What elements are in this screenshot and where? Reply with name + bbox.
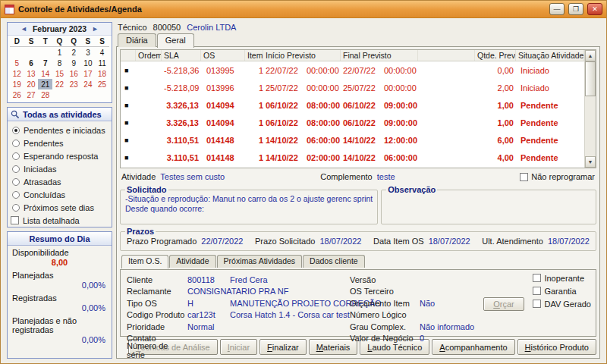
table-header-item[interactable]: Item xyxy=(245,50,263,61)
calendar-prev-icon[interactable]: ◄ xyxy=(20,25,27,33)
calendar-day-7[interactable]: 7 xyxy=(38,58,52,68)
summary-item: Registradas0,00% xyxy=(8,291,112,314)
table-header-inicio-previsto[interactable]: Início Previsto xyxy=(263,50,341,61)
historico-produto-button[interactable]: Histórico Produto xyxy=(517,339,596,355)
cell-qtde: 4,00 xyxy=(475,153,516,162)
calendar-day-24[interactable]: 24 xyxy=(81,79,96,89)
calendar-day-21[interactable]: 21 xyxy=(38,79,52,89)
calendar-day-4[interactable]: 4 xyxy=(95,47,109,58)
calendar-next-icon[interactable]: ► xyxy=(92,25,99,33)
minimize-button[interactable]: — xyxy=(549,3,565,15)
summary-item: Planejadas0,00% xyxy=(8,268,112,291)
field-value: Não informado xyxy=(420,322,474,331)
calendar-panel: ◄ February 2023 ► DSTQQSS123456789101112… xyxy=(7,22,112,103)
calendar-day-28[interactable]: 28 xyxy=(38,89,52,100)
table-row[interactable]: ■-5.218,09013996125/07/2200:00:0025/07/2… xyxy=(121,79,584,96)
table-header-sla[interactable]: SLA xyxy=(162,50,201,61)
table-header-qtde-prev[interactable]: Qtde. Prev. xyxy=(475,50,516,61)
field-label: Versão xyxy=(350,275,420,284)
cell-sla: -5.218,09 xyxy=(162,83,201,93)
detail-tab-proximas-atividades[interactable]: Próximas Atividades xyxy=(217,255,303,268)
checkbox-inoperante[interactable]: Inoperante xyxy=(533,273,591,283)
table-row[interactable]: ■-5.218,36013995122/07/2200:00:0022/07/2… xyxy=(121,61,584,79)
prazo-value: 18/07/2022 xyxy=(548,237,590,246)
field-label: Grau Complex. xyxy=(350,322,420,331)
calendar-day-20[interactable]: 20 xyxy=(24,79,39,89)
nao-reprogramar-label: Não reprogramar xyxy=(531,172,595,181)
calendar-day-19[interactable]: 19 xyxy=(10,79,24,89)
lista-detalhada-checkbox[interactable]: Lista detalhada xyxy=(8,214,112,227)
form-row-os-terceiro: OS Terceiro xyxy=(350,286,486,298)
prazo-label: Prazo Programado xyxy=(127,237,197,246)
filter-option-iniciadas[interactable]: Iniciadas xyxy=(9,162,110,175)
table-header-ordem[interactable]: Ordem xyxy=(136,50,162,61)
close-button[interactable]: ✕ xyxy=(587,3,602,15)
filter-option-pendentes-e-iniciadas[interactable]: Pendentes e iniciadas xyxy=(9,124,110,136)
filter-option-esperando-resposta[interactable]: Esperando resposta xyxy=(9,149,110,162)
field-value: Fred Cera xyxy=(230,275,268,284)
calendar-day-5[interactable]: 5 xyxy=(10,58,24,68)
scroll-down-icon[interactable]: ▼ xyxy=(585,156,596,168)
checkbox-garantia[interactable]: Garantia xyxy=(533,286,591,296)
table-header-final-previsto[interactable]: Final Previsto xyxy=(341,50,418,61)
detail-tab-atividade[interactable]: Atividade xyxy=(169,255,215,268)
calendar-day-17[interactable]: 17 xyxy=(81,68,96,79)
table-body: ■-5.218,36013995122/07/2200:00:0022/07/2… xyxy=(121,61,584,168)
form-row-codigo-produto: Codigo Produtocar123tCorsa Hatch 1.4 - C… xyxy=(127,309,348,322)
detail-tab-dados-cliente[interactable]: Dados cliente xyxy=(303,255,365,268)
calendar-day-25[interactable]: 25 xyxy=(95,79,109,89)
table-header-situacao-atividade[interactable]: Situação Atividade xyxy=(516,50,584,61)
filter-option-label: Concluídas xyxy=(24,190,65,199)
cell-os: 014148 xyxy=(201,153,245,162)
calendar-day-15[interactable]: 15 xyxy=(52,68,67,79)
table-row[interactable]: ■3.110,51014148114/10/2206:00:0014/10/22… xyxy=(121,131,584,149)
filter-option-proximos-sete-dias[interactable]: Próximos sete dias xyxy=(9,201,110,214)
table-row[interactable]: ■3.326,13014094106/10/2208:00:0006/10/22… xyxy=(121,96,584,114)
tab-geral[interactable]: Geral xyxy=(157,33,194,48)
filter-option-atrasadas[interactable]: Atrasadas xyxy=(9,175,110,188)
table-row[interactable]: ■3.326,13014094106/10/2208:00:0006/10/22… xyxy=(121,114,584,131)
calendar-day-3[interactable]: 3 xyxy=(81,47,96,58)
calendar-day-9[interactable]: 9 xyxy=(67,58,81,68)
calendar-day-10[interactable]: 10 xyxy=(81,58,96,68)
tab-diaria[interactable]: Diária xyxy=(118,33,156,47)
calendar-day-23[interactable]: 23 xyxy=(67,79,81,89)
calendar-day-16[interactable]: 16 xyxy=(67,68,81,79)
scroll-track[interactable] xyxy=(585,96,596,156)
button-label: Histórico Produto xyxy=(525,343,589,352)
scroll-thumb[interactable] xyxy=(585,61,596,96)
calendar-day-1[interactable]: 1 xyxy=(52,47,67,58)
checkbox-icon xyxy=(533,287,541,295)
calendar-day-2[interactable]: 2 xyxy=(67,47,81,58)
table-scrollbar[interactable]: ▲ ▼ xyxy=(584,50,596,168)
table-row[interactable]: ■3.110,51014148114/10/2202:00:0014/10/22… xyxy=(121,149,584,166)
complemento-value: teste xyxy=(377,172,395,181)
detail-tab-item-o-s[interactable]: Item O.S. xyxy=(121,255,168,268)
cell-os: 013995 xyxy=(201,66,245,75)
calendar-day-27[interactable]: 27 xyxy=(24,89,39,100)
filter-option-pendentes[interactable]: Pendentes xyxy=(9,136,110,149)
calendar-day-18[interactable]: 18 xyxy=(95,68,109,79)
filter-option-concluidas[interactable]: Concluídas xyxy=(9,188,110,201)
calendar-day-12[interactable]: 12 xyxy=(10,68,24,79)
table-header-os[interactable]: OS xyxy=(201,50,245,61)
calendar-day-8[interactable]: 8 xyxy=(52,58,67,68)
nao-reprogramar-checkbox[interactable]: Não reprogramar xyxy=(520,172,595,181)
calendar-day-26[interactable]: 26 xyxy=(10,89,24,100)
calendar-day-6[interactable]: 6 xyxy=(24,58,39,68)
sidebar: ◄ February 2023 ► DSTQQSS123456789101112… xyxy=(7,22,112,359)
calendar-empty-cell xyxy=(52,89,67,100)
status-square-icon: ■ xyxy=(121,84,136,92)
scroll-up-icon[interactable]: ▲ xyxy=(585,50,596,61)
app-icon xyxy=(5,5,14,14)
calendar-day-11[interactable]: 11 xyxy=(95,58,109,68)
calendar-day-22[interactable]: 22 xyxy=(52,79,67,89)
calendar-day-13[interactable]: 13 xyxy=(24,68,39,79)
maximize-button[interactable]: ❐ xyxy=(568,3,583,15)
cell-inicio-time: 00:00:00 xyxy=(304,83,341,93)
calendar-day-14[interactable]: 14 xyxy=(38,68,52,79)
checkbox-dav-gerado[interactable]: DAV Gerado xyxy=(533,299,591,309)
orcar-button[interactable]: Orçar xyxy=(483,297,524,311)
calendar-empty-cell xyxy=(81,89,96,100)
solicitado-line2: Desde quando ocorre: xyxy=(125,204,373,214)
